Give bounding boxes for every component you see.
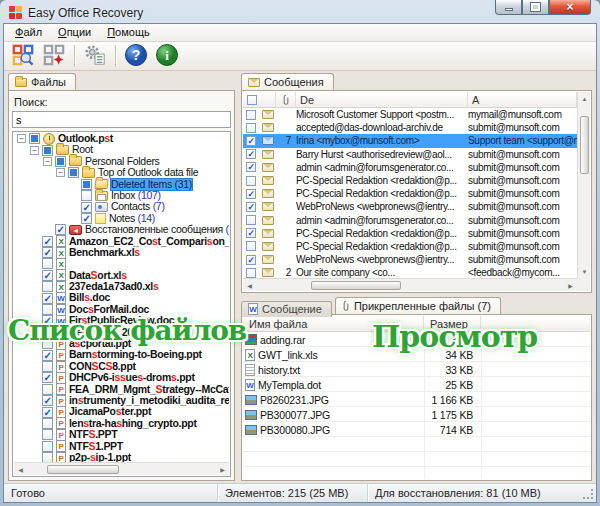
checkbox[interactable]: ✓: [246, 149, 256, 159]
attachments-column-header[interactable]: [276, 92, 296, 107]
checkbox[interactable]: [55, 156, 66, 167]
tree-item[interactable]: ✓PDHCPv6-issues-droms.ppt: [14, 372, 229, 383]
attachment-row[interactable]: PB300077.JPG1 175 KB: [243, 407, 590, 422]
expander-icon[interactable]: −: [56, 168, 65, 177]
expander-icon[interactable]: −: [17, 134, 26, 143]
attachment-row[interactable]: WMyTempla.dot25 KB: [243, 377, 590, 392]
menu-item-0[interactable]: Файл: [7, 25, 50, 40]
scroll-right-icon[interactable]: ▶: [564, 279, 577, 292]
scroll-down-icon[interactable]: ▼: [578, 265, 591, 278]
message-row[interactable]: ✓WebProNews <webpronews@ientry...submit@…: [243, 253, 577, 266]
attachment-row[interactable]: PB300080.JPG714 KB: [243, 422, 590, 437]
message-row[interactable]: ✓WebProNews <webpronews@ientry...submit@…: [243, 200, 577, 213]
checkbox[interactable]: ✓: [42, 372, 53, 383]
settings-button[interactable]: [81, 43, 109, 69]
tree-item[interactable]: −Top of Outlook data file: [14, 167, 229, 178]
scroll-up-icon[interactable]: ▲: [578, 92, 591, 105]
checkbox[interactable]: [81, 190, 92, 201]
search-input[interactable]: [12, 111, 231, 128]
checkbox[interactable]: ✓: [246, 189, 256, 199]
checkbox[interactable]: [246, 123, 256, 133]
checkbox[interactable]: [42, 452, 53, 462]
checkbox[interactable]: [42, 281, 53, 292]
minimize-button[interactable]: [495, 0, 522, 15]
tab-files[interactable]: Файлы: [8, 73, 76, 90]
checkbox[interactable]: ✓: [81, 213, 92, 224]
checkbox[interactable]: ✓: [42, 395, 53, 406]
recover-files-button[interactable]: [40, 43, 68, 69]
tree-horizontal-scrollbar[interactable]: ◀ ▶: [14, 462, 229, 475]
tree-item[interactable]: Plenstra-hashing_crypto.ppt: [14, 418, 229, 429]
about-button[interactable]: i: [153, 43, 181, 69]
checkbox[interactable]: ✓: [55, 224, 66, 235]
checkbox[interactable]: [81, 179, 92, 190]
checkbox[interactable]: ✓: [246, 202, 256, 212]
message-row[interactable]: ✓7Irina <mybox@munsoft.com>Support team …: [243, 134, 577, 147]
message-row[interactable]: ✓admin <admin@forumsgenerator.co...submi…: [243, 161, 577, 174]
checkbox[interactable]: ✓: [42, 236, 53, 247]
message-row[interactable]: ✓PC-Special Redaktion <redaktion@p...sub…: [243, 227, 577, 240]
tab-attached-files[interactable]: Прикрепленные файлы (7): [335, 297, 501, 314]
checkbox[interactable]: ✓: [42, 350, 53, 361]
scroll-left-icon[interactable]: ◀: [14, 463, 27, 476]
checkbox[interactable]: [246, 110, 256, 120]
open-file-button[interactable]: [9, 43, 37, 69]
checkbox[interactable]: ✓: [81, 202, 92, 213]
checkbox[interactable]: ✓: [42, 407, 53, 418]
checkbox[interactable]: [29, 133, 40, 144]
maximize-button[interactable]: [522, 0, 549, 15]
checkbox[interactable]: ✓: [246, 255, 256, 265]
tree-item[interactable]: PNTFS.PPT: [14, 429, 229, 440]
menu-item-1[interactable]: Опции: [50, 25, 99, 40]
checkbox[interactable]: ✓: [246, 136, 256, 146]
checkbox[interactable]: ✓: [42, 247, 53, 258]
menu-item-2[interactable]: Помощь: [99, 25, 158, 40]
tab-messages[interactable]: Сообщения: [241, 73, 334, 90]
checkbox[interactable]: [68, 167, 79, 178]
message-row[interactable]: accepted@das-download-archiv.desubmit@mu…: [243, 121, 577, 134]
message-row[interactable]: PC-Special Redaktion <redaktion@p...subm…: [243, 174, 577, 187]
message-row[interactable]: ✓PC-Special Redaktion <redaktion@p...sub…: [243, 187, 577, 200]
to-column-header[interactable]: A: [468, 92, 577, 107]
tab-message[interactable]: W Сообщение: [241, 301, 332, 317]
tree-item[interactable]: Pp2p-sip-1.ppt: [14, 452, 229, 462]
checkbox[interactable]: [42, 418, 53, 429]
attachment-row[interactable]: P8260231.JPG1 166 KB: [243, 392, 590, 407]
scrollbar-thumb[interactable]: [311, 281, 401, 290]
checkbox[interactable]: [246, 176, 256, 186]
messages-horizontal-scrollbar[interactable]: ◀ ▶: [243, 278, 577, 291]
scrollbar-thumb[interactable]: [580, 116, 589, 174]
tree-item[interactable]: ✓XBenchmark.xls: [14, 247, 229, 258]
checkbox[interactable]: [246, 241, 256, 251]
message-row[interactable]: 2Our site company <co...<feedback@mycom.…: [243, 266, 577, 278]
checkbox[interactable]: [42, 145, 53, 156]
checkbox[interactable]: ✓: [246, 228, 256, 238]
close-button[interactable]: ×: [549, 0, 591, 15]
checkbox[interactable]: ✓: [246, 162, 256, 172]
checkbox[interactable]: [246, 268, 256, 278]
message-row[interactable]: PC-Special Redaktion <redaktion@p...subm…: [243, 240, 577, 253]
checkbox[interactable]: [42, 429, 53, 440]
tree-item[interactable]: ✓◄Восстановленные сообщения (22): [14, 224, 229, 235]
expander-icon[interactable]: −: [30, 146, 39, 155]
checkbox[interactable]: [246, 215, 256, 225]
scrollbar-thumb[interactable]: [47, 465, 119, 474]
from-column-header[interactable]: De: [296, 92, 468, 107]
header-checkbox[interactable]: [247, 95, 257, 105]
help-button[interactable]: ?: [122, 43, 150, 69]
message-row[interactable]: Microsoft Customer Support <postm...myma…: [243, 108, 577, 121]
checkbox[interactable]: ✓: [42, 293, 53, 304]
tree-item[interactable]: −Outlook.pst: [14, 133, 229, 144]
messages-vertical-scrollbar[interactable]: ▲ ▼: [577, 92, 590, 278]
checkbox[interactable]: ✓: [42, 270, 53, 281]
message-row[interactable]: ✓Barry Hurst <authorisedreview@aol...sub…: [243, 148, 577, 161]
tree-item[interactable]: X237eda1a73ad0.xls: [14, 281, 229, 292]
checkbox[interactable]: [42, 384, 53, 395]
scroll-left-icon[interactable]: ◀: [243, 279, 256, 292]
scroll-right-icon[interactable]: ▶: [216, 463, 229, 476]
resize-grip[interactable]: [582, 488, 594, 500]
message-row[interactable]: admin <admin@forumsgenerator.co...submit…: [243, 214, 577, 227]
checkbox[interactable]: [42, 361, 53, 372]
expander-icon[interactable]: −: [43, 157, 52, 166]
checkbox[interactable]: [42, 258, 53, 269]
